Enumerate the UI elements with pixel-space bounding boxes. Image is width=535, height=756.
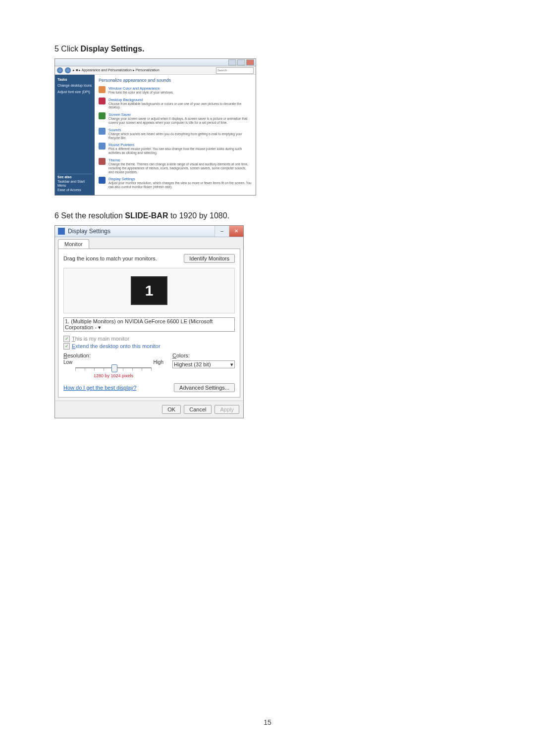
step-6-number: 6 — [54, 211, 59, 220]
apply-button: Apply — [214, 405, 239, 414]
advanced-settings-button[interactable]: Advanced Settings... — [174, 383, 235, 392]
personalization-window: ▸ ■ ▸ Appearance and Personalization ▸ P… — [54, 58, 256, 196]
step-5-text: 5 Click Display Settings. — [54, 45, 481, 53]
colors-label: Colors: — [172, 353, 235, 358]
main-panel: Personalize appearance and sounds Window… — [95, 75, 256, 195]
main-monitor-checkbox-row: ✓ This is my main monitor — [63, 336, 235, 342]
window-color-icon — [99, 86, 106, 93]
display-settings-window: Display Settings – ✕ Monitor Drag the ic… — [54, 225, 244, 418]
resolution-slider[interactable]: Low High — [63, 359, 163, 374]
extend-desktop-checkbox: ✓ — [63, 343, 70, 350]
tab-strip: Monitor — [55, 237, 243, 249]
monitor-select[interactable]: 1. (Multiple Monitors) on NVIDIA GeForce… — [63, 317, 235, 332]
breadcrumb[interactable]: ▸ ■ ▸ Appearance and Personalization ▸ P… — [73, 68, 214, 72]
colors-select[interactable]: Highest (32 bit)▾ — [172, 360, 235, 368]
sidebar-item-taskbar[interactable]: Taskbar and Start Menu — [57, 180, 92, 188]
sidebar-tasks-heading: Tasks — [57, 78, 92, 82]
entry-desktop-background[interactable]: Desktop BackgroundChoose from available … — [99, 98, 252, 110]
monitor-icon — [58, 228, 65, 235]
entry-theme[interactable]: ThemeChange the theme. Themes can change… — [99, 158, 252, 174]
address-bar: ▸ ■ ▸ Appearance and Personalization ▸ P… — [55, 66, 256, 75]
screen-saver-icon — [99, 112, 106, 119]
desktop-background-icon — [99, 98, 106, 104]
entry-display-settings[interactable]: Display SettingsAdjust your monitor reso… — [99, 177, 252, 189]
sidebar-item-ease-of-access[interactable]: Ease of Access — [57, 188, 92, 192]
nav-forward-icon[interactable] — [65, 67, 71, 73]
sidebar: Tasks Change desktop icons Adjust font s… — [55, 75, 95, 195]
main-monitor-checkbox: ✓ — [63, 336, 70, 342]
cancel-button[interactable]: Cancel — [184, 405, 212, 414]
entry-screen-saver[interactable]: Screen SaverChange your screen saver or … — [99, 112, 252, 125]
sidebar-item-font-size[interactable]: Adjust font size (DPI) — [57, 90, 92, 94]
document-page: 5 Click Display Settings. ▸ ■ ▸ Appearan… — [0, 0, 535, 756]
mouse-pointers-icon — [99, 143, 106, 150]
minimize-button[interactable] — [228, 59, 236, 65]
step-5-number: 5 — [54, 45, 59, 53]
slider-low-label: Low — [63, 359, 72, 365]
dialog-footer: OK Cancel Apply — [55, 401, 243, 418]
extend-desktop-checkbox-row: ✓ Extend the desktop onto this monitor — [63, 343, 235, 350]
search-input[interactable] — [216, 67, 254, 74]
step-6-text: 6 Set the resolution SLIDE-BAR to 1920 b… — [54, 211, 481, 220]
theme-icon — [99, 158, 106, 165]
page-number: 15 — [0, 718, 535, 726]
panel-heading: Personalize appearance and sounds — [99, 78, 252, 83]
monitor-panel: Drag the icons to match your monitors. I… — [58, 249, 240, 398]
close-button[interactable]: ✕ — [229, 226, 243, 237]
monitor-preview-area[interactable]: 1 — [63, 268, 235, 313]
monitor-1-icon[interactable]: 1 — [131, 276, 167, 305]
display-settings-titlebar: Display Settings – ✕ — [55, 226, 243, 237]
help-link[interactable]: How do I get the best display? — [63, 385, 136, 391]
display-settings-icon — [99, 177, 106, 184]
entry-window-color[interactable]: Window Color and AppearanceFine tune the… — [99, 86, 252, 95]
entry-mouse-pointers[interactable]: Mouse PointersPick a different mouse poi… — [99, 143, 252, 155]
minimize-button[interactable]: – — [214, 226, 229, 237]
sidebar-item-desktop-icons[interactable]: Change desktop icons — [57, 84, 92, 88]
identify-monitors-button[interactable]: Identify Monitors — [184, 254, 235, 263]
sounds-icon — [99, 128, 106, 135]
ok-button[interactable]: OK — [162, 405, 181, 414]
entry-sounds[interactable]: SoundsChange which sounds are heard when… — [99, 128, 252, 140]
tab-monitor[interactable]: Monitor — [58, 239, 89, 249]
window-title: Display Settings — [68, 228, 214, 235]
sidebar-seealso-heading: See also — [57, 175, 92, 179]
slider-high-label: High — [153, 359, 163, 365]
close-button[interactable] — [246, 59, 254, 65]
slider-thumb[interactable] — [111, 364, 117, 372]
resolution-label: Resolution: — [63, 353, 163, 358]
nav-back-icon[interactable] — [57, 67, 63, 73]
maximize-button[interactable] — [237, 59, 245, 65]
drag-instruction: Drag the icons to match your monitors. — [63, 255, 157, 261]
window-titlebar — [55, 59, 256, 66]
